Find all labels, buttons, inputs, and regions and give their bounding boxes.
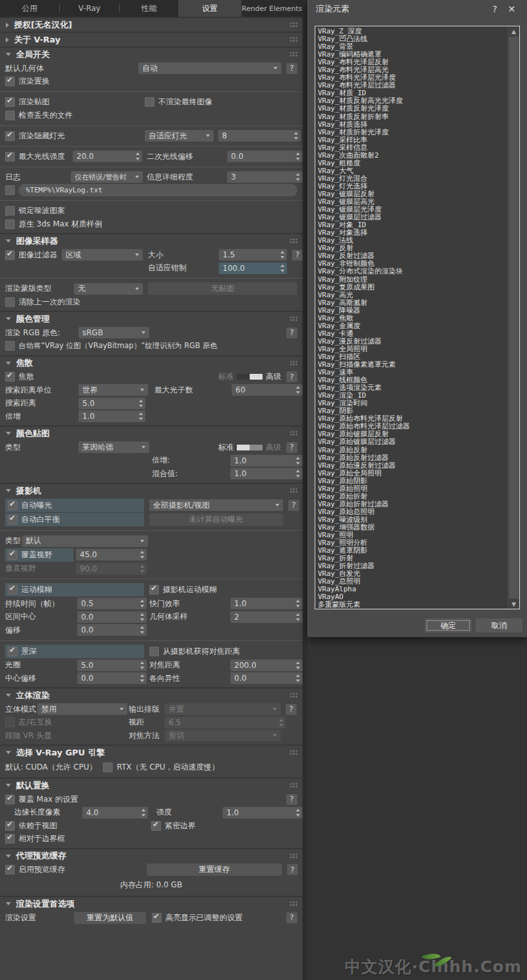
- tab-common[interactable]: 公用: [0, 0, 59, 17]
- toggle-knob[interactable]: [237, 445, 250, 450]
- render-displacement-checkbox[interactable]: [5, 77, 15, 86]
- spinner-arrows-icon[interactable]: [138, 399, 144, 408]
- reset-defaults-button[interactable]: 重置为默认值: [74, 912, 146, 924]
- help-button[interactable]: ?: [286, 442, 297, 453]
- shutter-spinner[interactable]: 1.0: [230, 598, 302, 609]
- spinner-arrows-icon[interactable]: [140, 661, 145, 670]
- help-button[interactable]: ?: [286, 328, 297, 338]
- stereo-mode-dropdown[interactable]: 禁用: [37, 703, 127, 715]
- dialog-help-button[interactable]: ?: [486, 4, 503, 14]
- help-button[interactable]: ?: [286, 371, 297, 382]
- listbox-scrollbar[interactable]: ▲ ▼: [508, 26, 519, 609]
- rollout-prefs-header[interactable]: 渲染设置首选项: [0, 897, 302, 911]
- spinner-arrows-icon[interactable]: [280, 264, 286, 273]
- spinner-arrows-icon[interactable]: [140, 550, 145, 559]
- rtx-checkbox[interactable]: [103, 763, 113, 772]
- rollout-stereo-header[interactable]: 立体渲染: [0, 689, 302, 702]
- secondary-bias-spinner[interactable]: 0.0: [227, 151, 302, 162]
- scrollbar-thumb[interactable]: [509, 37, 519, 598]
- spinner-arrows-icon[interactable]: [295, 152, 301, 161]
- enable-preview-cache-checkbox[interactable]: [5, 865, 15, 874]
- spinner-arrows-icon[interactable]: [140, 613, 145, 622]
- render-element-item[interactable]: VRay_原始阴影: [318, 477, 508, 485]
- standard-advanced-toggle[interactable]: 标准 高级: [218, 371, 281, 382]
- log-mode-dropdown[interactable]: 仅在错误/警告时: [71, 171, 143, 183]
- spinner-arrows-icon[interactable]: [280, 250, 286, 259]
- spinner-arrows-icon[interactable]: [295, 661, 301, 670]
- drag-grip-icon[interactable]: [290, 750, 298, 755]
- log-path-checkbox[interactable]: [5, 185, 15, 195]
- rollout-global-header[interactable]: 全局开关: [0, 48, 302, 61]
- max-photons-spinner[interactable]: 60: [232, 384, 302, 396]
- rollout-proxy-header[interactable]: 代理预览缓存: [0, 849, 302, 863]
- vertical-fov-spinner[interactable]: 90.0: [76, 563, 147, 575]
- render-element-item[interactable]: VRay_原始反射过滤器: [318, 454, 508, 462]
- spinner-arrows-icon[interactable]: [295, 599, 301, 608]
- render-element-item[interactable]: VRay_原始反射: [318, 447, 508, 454]
- image-filter-checkbox[interactable]: [5, 250, 15, 260]
- spinner-arrows-icon[interactable]: [295, 456, 301, 465]
- render-hidden-lights-checkbox[interactable]: [5, 131, 15, 141]
- spinner-arrows-icon[interactable]: [140, 625, 145, 634]
- native-samples-checkbox[interactable]: [5, 219, 15, 229]
- tab-performance[interactable]: 性能: [120, 0, 178, 17]
- render-element-item[interactable]: VRay_材质选择: [318, 121, 508, 129]
- help-button[interactable]: ?: [286, 794, 297, 805]
- dont-render-final-checkbox[interactable]: [145, 97, 154, 107]
- drag-grip-icon[interactable]: [290, 316, 298, 322]
- interval-center-spinner[interactable]: 0.0: [77, 611, 147, 623]
- edge-length-spinner[interactable]: 4.0: [82, 807, 148, 818]
- panel-scrollbar-strip[interactable]: [302, 0, 308, 980]
- spinner-arrows-icon[interactable]: [293, 131, 299, 140]
- drag-grip-icon[interactable]: [290, 51, 298, 57]
- render-element-item[interactable]: VRay_复原成果图: [318, 284, 508, 291]
- motion-blur-checkbox[interactable]: [8, 585, 17, 595]
- standard-advanced-toggle[interactable]: 标准 高级: [218, 442, 281, 453]
- view-dependent-checkbox[interactable]: [5, 821, 15, 831]
- filter-size-spinner[interactable]: 1.5: [219, 249, 287, 261]
- lights-mode-dropdown[interactable]: 自适应灯光: [145, 130, 214, 142]
- verbosity-spinner[interactable]: 3: [227, 171, 302, 183]
- bias-spinner[interactable]: 0.0: [77, 624, 147, 636]
- default-geometry-dropdown[interactable]: 自动: [138, 62, 281, 74]
- drag-grip-icon[interactable]: [290, 488, 298, 494]
- override-fov-checkbox[interactable]: [8, 550, 17, 560]
- search-distance-spinner[interactable]: 5.0: [79, 398, 145, 409]
- render-element-item[interactable]: VRay_材质反射光泽度: [318, 105, 508, 113]
- auto-bitmap-checkbox[interactable]: [5, 341, 15, 351]
- not-calculated-button[interactable]: 未计算自动曝光: [149, 513, 283, 526]
- check-missing-files-checkbox[interactable]: [5, 111, 15, 120]
- spinner-arrows-icon[interactable]: [140, 564, 145, 573]
- close-icon[interactable]: ✕: [503, 4, 520, 14]
- focus-distance-spinner[interactable]: 200.0: [230, 660, 302, 671]
- drag-grip-icon[interactable]: [290, 22, 298, 28]
- spinner-arrows-icon[interactable]: [295, 172, 301, 181]
- render-element-item[interactable]: VRay_高光: [318, 291, 508, 299]
- render-element-item[interactable]: VRay_原始照明: [318, 485, 508, 493]
- no-map-button[interactable]: 无贴图: [148, 282, 297, 295]
- scroll-down-icon[interactable]: ▼: [508, 599, 519, 609]
- spinner-arrows-icon[interactable]: [279, 718, 284, 727]
- focus-method-dropdown[interactable]: 剪切: [165, 730, 281, 741]
- filter-type-dropdown[interactable]: 区域: [62, 249, 143, 261]
- output-layout-dropdown[interactable]: 并置: [165, 703, 281, 715]
- render-element-item[interactable]: VRay_原始镀膜层过滤器: [318, 438, 508, 446]
- spinner-arrows-icon[interactable]: [141, 808, 147, 817]
- render-element-item[interactable]: VRay_次曲面散射2: [318, 152, 508, 160]
- render-element-item[interactable]: VRay_降噪器: [318, 307, 508, 315]
- help-button[interactable]: ?: [287, 864, 298, 875]
- rollout-gpu-header[interactable]: 选择 V-Ray GPU 引擎: [0, 746, 302, 759]
- render-element-item[interactable]: VRayAlpha: [318, 586, 508, 593]
- drag-grip-icon[interactable]: [290, 37, 298, 42]
- override-max-checkbox[interactable]: [5, 795, 15, 804]
- spinner-arrows-icon[interactable]: [295, 385, 301, 394]
- rollout-colormgmt-header[interactable]: 颜色管理: [0, 312, 302, 326]
- drag-grip-icon[interactable]: [290, 360, 298, 366]
- spinner-arrows-icon[interactable]: [138, 412, 144, 421]
- camera-motion-blur-checkbox[interactable]: [149, 585, 159, 595]
- toggle-knob[interactable]: [250, 374, 263, 380]
- drag-grip-icon[interactable]: [290, 238, 298, 244]
- rollout-license-header[interactable]: 授权[无名汉化]: [0, 18, 302, 32]
- lock-noise-checkbox[interactable]: [5, 206, 15, 216]
- rollout-colormap-header[interactable]: 颜色贴图: [0, 427, 302, 440]
